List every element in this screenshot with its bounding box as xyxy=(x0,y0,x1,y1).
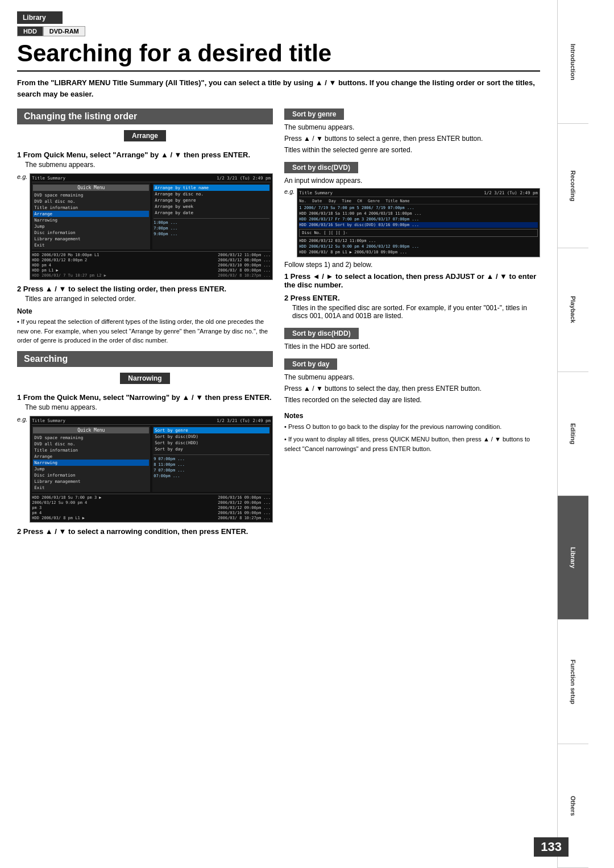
sort-day-desc2: Press ▲ / ▼ buttons to select the day, t… xyxy=(284,385,540,393)
sc-n-dvd-disc: DVD all disc no. xyxy=(33,441,149,447)
sort-genre-desc1: The submenu appears. xyxy=(284,123,540,131)
arrange-step2-desc: Titles are arranged in selected order. xyxy=(25,295,273,303)
arrange-step1: 1 From Quick Menu, select "Arrange" by ▲… xyxy=(17,151,273,169)
sc-sub-week: Arrange by week xyxy=(154,203,269,210)
sc-dvd-header: Title Summary 1/2 3/21 (Tu) 2:49 pm xyxy=(299,190,538,197)
sc-arrange-menu-title: Quick Menu xyxy=(33,185,149,191)
sc-dvd-col-headers: No. Date Day Time CH Genre Title Name xyxy=(299,198,538,205)
sc-n-narrowing-hl: Narrowing xyxy=(33,460,149,466)
sc-ar5: HDD 2006/03/ 7 Tu 10:27 pm L2 ▶2006/03/ … xyxy=(32,273,271,278)
sc-arrange-title-label: Title Summary xyxy=(32,176,65,181)
sc-menu-dvd-space: DVD space remaining xyxy=(33,192,149,198)
sc-narrow-header: Title Summary 1/2 3/21 (Tu) 2:49 pm xyxy=(32,418,271,425)
sc-t1: 1:00pm ... xyxy=(154,220,269,226)
searching-step2: 2 Press ▲ / ▼ to select a narrowing cond… xyxy=(17,527,273,536)
sc-menu-title-info: Title information xyxy=(33,205,149,211)
library-header: Library xyxy=(17,11,540,26)
arrange-step1-desc: The submenu appears. xyxy=(25,161,273,169)
format-tabs: HDD DVD-RAM xyxy=(17,26,540,36)
dvd-press-step1-title: 1 Press ◄ / ► to select a location, then… xyxy=(284,272,540,289)
sc-narrow-title: Title Summary xyxy=(32,418,65,423)
hdd-tab[interactable]: HDD xyxy=(17,26,43,36)
sc-nr3: pm 32006/03/12 09:00pm ... xyxy=(32,506,271,510)
sidebar-introduction: Introduction xyxy=(558,0,588,124)
sc-t3: 9:00pm ... xyxy=(154,231,269,237)
section-arrange-header: Changing the listing order xyxy=(17,108,273,124)
sc-dvd-r7: HDD 2006/03/ 8 pm L1 ▶ 2006/03/10 09:00p… xyxy=(299,249,538,255)
sc-narrow-menu-title: Quick Menu xyxy=(33,427,149,433)
sidebar-function-setup: Function setup xyxy=(558,620,588,744)
arrange-eg-label: e.g. xyxy=(17,173,27,180)
dvd-screenshot: Title Summary 1/2 3/21 (Tu) 2:49 pm No. … xyxy=(297,188,540,257)
sort-day-section: Sort by day The submenu appears. Press ▲… xyxy=(284,358,540,404)
sc-menu-jump: Jump xyxy=(33,223,149,229)
page-title: Searching for a desired title xyxy=(17,40,540,72)
sc-ns-day: Sort by day xyxy=(154,446,269,452)
sc-dvd-page: 1/2 3/21 (Tu) 2:49 pm xyxy=(484,190,538,195)
sc-dvd-input: Disc No. [ ][ ][ ]- xyxy=(299,229,538,237)
arrange-eg-row: e.g. Title Summary 1/2 3/21 (Tu) 2:49 pm… xyxy=(17,173,273,280)
narrow-screenshot: Title Summary 1/2 3/21 (Tu) 2:49 pm Quic… xyxy=(30,416,273,523)
sc-menu-exit: Exit xyxy=(33,242,149,248)
sc-dvd-r4: HDD 2006/03/16 Sort by disc(DVD) 03/16 0… xyxy=(299,222,538,228)
sc-menu-disc-info: Disc information xyxy=(33,229,149,236)
arrange-step1-title: 1 From Quick Menu, select "Arrange" by ▲… xyxy=(17,151,273,159)
section-searching-header: Searching xyxy=(17,351,273,367)
sidebar-playback: Playback xyxy=(558,248,588,372)
dvd-eg-label: e.g. xyxy=(284,188,294,195)
right-sidebar: Introduction Recording Playback Editing … xyxy=(557,0,588,868)
sc-dvd-r2: HDD 2006/03/18 Sa 11:00 pm 4 2006/03/18 … xyxy=(299,211,538,216)
sort-hdd-desc: Titles in the HDD are sorted. xyxy=(284,343,540,350)
library-label: Library xyxy=(17,11,63,24)
sc-narrow-submenu: Sort by genre Sort by disc(DVD) Sort by … xyxy=(152,426,271,492)
dvd-eg-row: e.g. Title Summary 1/2 3/21 (Tu) 2:49 pm… xyxy=(284,188,540,257)
narrowing-badge: Narrowing xyxy=(120,373,169,384)
sc-dvd-r5: HDD 2006/03/12 03/12 11:00pm ... xyxy=(299,238,538,244)
sc-menu-narrowing: Narrowing xyxy=(33,217,149,223)
arrange-badge: Arrange xyxy=(124,130,166,141)
sc-nd4: 07:00pm ... xyxy=(154,473,269,479)
arrange-step2: 2 Press ▲ / ▼ to select the listing orde… xyxy=(17,285,273,303)
note1: • Press O button to go back to the displ… xyxy=(284,422,540,432)
sort-day-desc1: The submenu appears. xyxy=(284,373,540,381)
dvd-press-step2-title: 2 Press ENTER. xyxy=(284,294,540,302)
sc-narrow-page: 1/2 3/21 (Tu) 2:49 pm xyxy=(217,418,271,423)
sc-nd3: 7 07:00pm ... xyxy=(154,468,269,473)
sc-nr4: pm 42006/03/16 09:00pm ... xyxy=(32,511,271,515)
sc-nd2: 8 11:00pm ... xyxy=(154,462,269,468)
sc-narrow-menu: Quick Menu DVD space remaining DVD all d… xyxy=(32,426,150,492)
sort-genre-section: Sort by genre The submenu appears. Press… xyxy=(284,108,540,154)
notes-title: Notes xyxy=(284,412,540,420)
sort-genre-desc2: Press ▲ / ▼ buttons to select a genre, t… xyxy=(284,135,540,143)
dvdram-tab[interactable]: DVD-RAM xyxy=(43,26,85,36)
sc-menu-arrange-hl: Arrange xyxy=(33,211,149,217)
sc-dvd-r6: HDD 2006/03/12 Su 9:00 pm 4 2006/03/12 0… xyxy=(299,244,538,249)
sidebar-editing: Editing xyxy=(558,372,588,496)
narrow-eg-label: e.g. xyxy=(17,416,27,423)
sc-arrange-page-info: 1/2 3/21 (Tu) 2:49 pm xyxy=(217,176,271,181)
sc-n-title-info: Title information xyxy=(33,447,149,453)
sc-t2: 7:00pm ... xyxy=(154,226,269,231)
left-column: Changing the listing order Arrange 1 Fro… xyxy=(17,108,273,541)
sort-genre-desc3: Titles within the selected genre are sor… xyxy=(284,146,540,154)
sc-ar4: HDD pm L1 ▶2006/03/ 8 09:00pm ... xyxy=(32,268,271,273)
sc-ar3: HDD pm 42006/03/10 09:00pm ... xyxy=(32,263,271,268)
sc-dvd-r3: HDD 2006/03/17 Fr 7:00 pm 3 2006/03/17 0… xyxy=(299,216,538,222)
sidebar-library: Library xyxy=(558,496,588,620)
notes-section: Notes • Press O button to go back to the… xyxy=(284,412,540,454)
sc-ns-hdd: Sort by disc(HDD) xyxy=(154,440,269,446)
sc-nr5: HDD 2006/03/ 8 pm L1 ▶2006/03/ 8 10:27pm… xyxy=(32,516,271,520)
right-column: Sort by genre The submenu appears. Press… xyxy=(284,108,540,541)
sc-arrange-submenu: Arrange by title name Arrange by disc no… xyxy=(152,183,271,249)
sc-n-dvd-space: DVD space remaining xyxy=(33,435,149,441)
arrange-step2-title: 2 Press ▲ / ▼ to select the listing orde… xyxy=(17,285,273,293)
sc-n-lib-mgmt: Library management xyxy=(33,478,149,485)
sc-sub-date: Arrange by date xyxy=(154,210,269,216)
sc-n-arrange: Arrange xyxy=(33,453,149,460)
sc-n-disc-info: Disc information xyxy=(33,472,149,478)
narrow-eg-row: e.g. Title Summary 1/2 3/21 (Tu) 2:49 pm… xyxy=(17,416,273,523)
dvd-follow-text: Follow steps 1) and 2) below. xyxy=(284,261,540,269)
dvd-press-step2-desc: Titles in the specified disc are sorted.… xyxy=(292,304,540,320)
sc-sub-genre: Arrange by genre xyxy=(154,197,269,203)
sort-dvd-section: Sort by disc(DVD) An input window appear… xyxy=(284,162,540,320)
